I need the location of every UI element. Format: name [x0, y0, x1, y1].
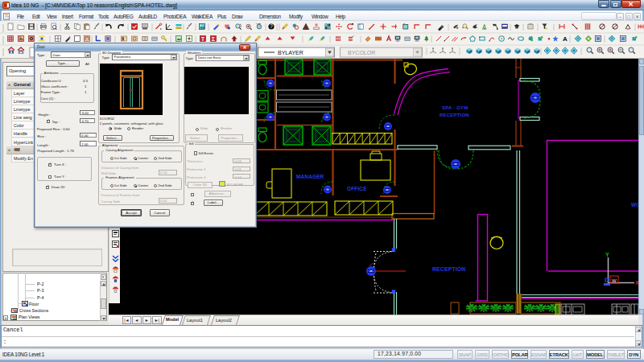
- svg-text:Σ: Σ: [212, 36, 215, 42]
- svg-text:SPA - GYM: SPA - GYM: [442, 105, 468, 110]
- svg-text:T: T: [201, 36, 204, 42]
- svg-text:A: A: [483, 25, 486, 30]
- svg-text:BYLAYER: BYLAYER: [278, 50, 303, 56]
- svg-text:MANAGER: MANAGER: [296, 174, 324, 179]
- svg-text:WC: WC: [631, 202, 638, 208]
- svg-text:A: A: [563, 35, 568, 43]
- svg-text:RECEPTION: RECEPTION: [440, 113, 469, 117]
- svg-text:W: W: [612, 278, 617, 283]
- svg-text:BYCOLOR: BYCOLOR: [348, 50, 375, 56]
- svg-text:Y: Y: [605, 252, 609, 257]
- svg-text:?: ?: [270, 23, 273, 29]
- svg-text:OFFICE: OFFICE: [347, 186, 367, 191]
- svg-text:RECEPTION: RECEPTION: [432, 266, 465, 272]
